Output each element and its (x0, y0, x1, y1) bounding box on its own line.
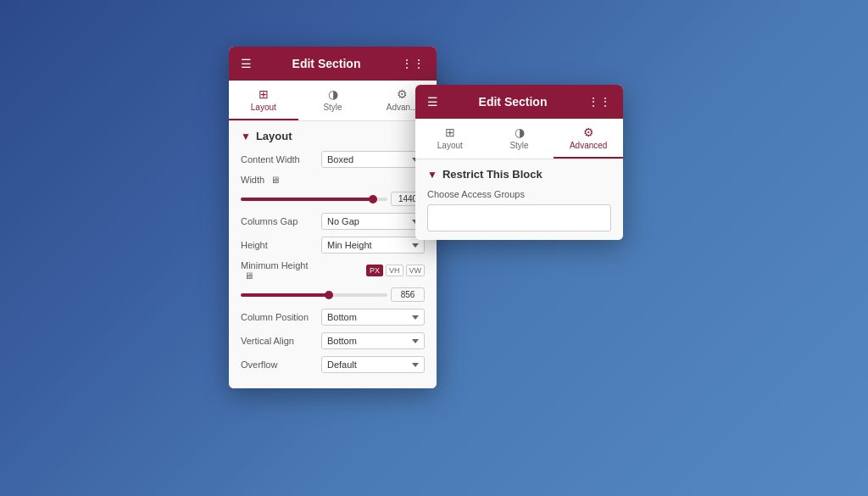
min-height-slider-track[interactable] (241, 293, 387, 297)
min-height-slider-thumb[interactable] (325, 291, 333, 299)
advanced-tab-label-2: Advanced (570, 141, 607, 150)
panel-1-tabs: ⊞ Layout ◑ Style ⚙ Advan... (229, 81, 437, 121)
restrict-section-arrow-icon: ▼ (427, 169, 437, 181)
width-slider-track[interactable] (241, 198, 387, 201)
columns-gap-control: No Gap (321, 213, 425, 230)
column-position-control: Bottom (321, 309, 425, 326)
tab-style-2[interactable]: ◑ Style (485, 119, 554, 159)
edit-section-panel-2: ☰ Edit Section ⋮⋮ ⊞ Layout ◑ Style ⚙ Adv… (415, 85, 623, 240)
min-height-slider-fill (241, 293, 329, 297)
style-tab-icon-2: ◑ (515, 125, 525, 139)
tab-style-1[interactable]: ◑ Style (298, 81, 368, 120)
min-height-label: Minimum Height 🖥 (241, 260, 321, 281)
width-slider-thumb[interactable] (369, 195, 377, 203)
monitor-icon-width: 🖥 (270, 175, 280, 185)
unit-vw-btn[interactable]: VW (406, 265, 426, 276)
overflow-row: Overflow Default (241, 356, 425, 373)
advanced-tab-icon-2: ⚙ (583, 125, 594, 139)
panel-1-body: ▼ Layout Content Width Boxed Width 🖥 (229, 121, 437, 388)
tab-layout-2[interactable]: ⊞ Layout (415, 119, 485, 159)
style-tab-label-1: Style (323, 103, 342, 112)
width-label: Width 🖥 (241, 175, 321, 185)
columns-gap-row: Columns Gap No Gap (241, 213, 425, 230)
vertical-align-label: Vertical Align (241, 336, 321, 346)
content-width-control: Boxed (321, 151, 425, 168)
overflow-label: Overflow (241, 359, 321, 370)
panel-2-tabs: ⊞ Layout ◑ Style ⚙ Advanced (415, 119, 623, 159)
vertical-align-control: Bottom (321, 332, 425, 349)
layout-section-title: Layout (256, 130, 292, 142)
width-slider-row: 1440 (241, 192, 425, 206)
vertical-align-select[interactable]: Bottom (321, 332, 425, 349)
unit-buttons-group: PX VH VW (366, 265, 425, 276)
column-position-select[interactable]: Bottom (321, 309, 425, 326)
vertical-align-row: Vertical Align Bottom (241, 332, 425, 349)
unit-px-btn[interactable]: PX (366, 265, 383, 276)
content-width-select[interactable]: Boxed (321, 151, 425, 168)
height-control: Min Height (321, 237, 425, 254)
grid-icon-1[interactable]: ⋮⋮ (401, 57, 425, 70)
choose-access-label: Choose Access Groups (427, 189, 611, 199)
monitor-icon-minheight: 🖥 (244, 270, 253, 281)
layout-tab-icon-2: ⊞ (445, 125, 455, 139)
grid-icon-2[interactable]: ⋮⋮ (587, 95, 611, 109)
content-width-row: Content Width Boxed (241, 151, 425, 168)
column-position-label: Column Position (241, 312, 321, 322)
style-tab-label-2: Style (509, 141, 528, 150)
columns-gap-label: Columns Gap (241, 216, 321, 226)
min-height-row: Minimum Height 🖥 PX VH VW (241, 260, 425, 281)
layout-tab-icon-1: ⊞ (259, 87, 269, 101)
height-row: Height Min Height (241, 237, 425, 254)
advanced-tab-label-1: Advan... (387, 103, 418, 112)
columns-gap-select[interactable]: No Gap (321, 213, 425, 230)
panel-1-title: Edit Section (252, 57, 401, 70)
height-select[interactable]: Min Height (321, 237, 425, 254)
width-slider-container: 1440 (241, 192, 425, 206)
width-slider-fill (241, 198, 373, 201)
restrict-section-header: ▼ Restrict This Block (427, 168, 611, 181)
hamburger-icon-2[interactable]: ☰ (427, 95, 438, 109)
panel-2-title: Edit Section (438, 95, 587, 109)
overflow-control: Default (321, 356, 425, 373)
layout-section-header: ▼ Layout (241, 130, 425, 142)
advanced-tab-icon-1: ⚙ (397, 87, 408, 101)
panel-1-header: ☰ Edit Section ⋮⋮ (229, 47, 437, 81)
panel-2-header: ☰ Edit Section ⋮⋮ (415, 85, 623, 119)
content-width-label: Content Width (241, 154, 321, 164)
tab-advanced-2[interactable]: ⚙ Advanced (554, 119, 623, 159)
min-height-slider-row-inner: 856 (241, 287, 425, 302)
min-height-value: 856 (391, 287, 425, 302)
width-slider-row-inner: 1440 (241, 192, 425, 206)
tab-layout-1[interactable]: ⊞ Layout (229, 81, 298, 120)
overflow-select[interactable]: Default (321, 356, 425, 373)
section-arrow-icon: ▼ (241, 131, 251, 142)
min-height-slider-row: 856 (241, 287, 425, 302)
style-tab-icon-1: ◑ (328, 87, 338, 101)
hamburger-icon-1[interactable]: ☰ (241, 57, 252, 70)
unit-vh-btn[interactable]: VH (386, 265, 403, 276)
access-groups-input[interactable] (427, 204, 611, 231)
height-label: Height (241, 240, 321, 250)
column-position-row: Column Position Bottom (241, 309, 425, 326)
restrict-section-title: Restrict This Block (442, 168, 542, 181)
min-height-slider-container: 856 (241, 287, 425, 302)
edit-section-panel-1: ☰ Edit Section ⋮⋮ ⊞ Layout ◑ Style ⚙ Adv… (229, 47, 437, 388)
layout-tab-label-1: Layout (251, 103, 276, 112)
panel-2-body: ▼ Restrict This Block Choose Access Grou… (415, 159, 623, 240)
width-row: Width 🖥 (241, 175, 425, 185)
layout-tab-label-2: Layout (437, 141, 463, 150)
